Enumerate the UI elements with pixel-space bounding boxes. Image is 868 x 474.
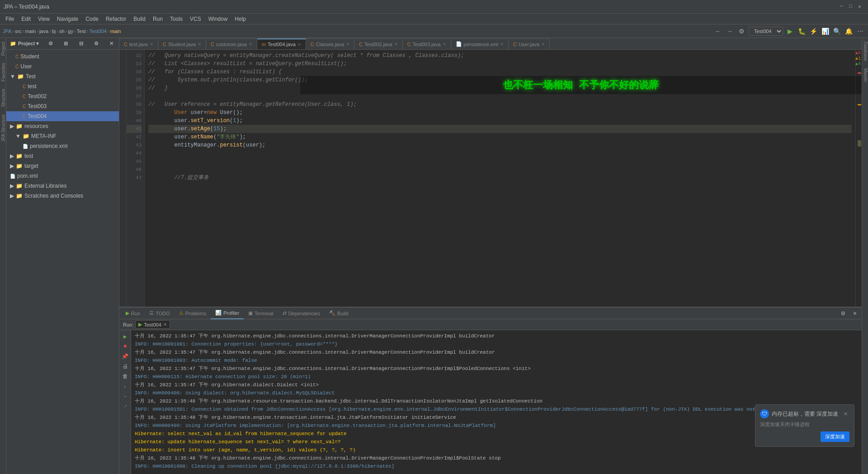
menu-file[interactable]: File	[2, 15, 18, 23]
sidebar-collapse-btn[interactable]: ⊟	[78, 40, 85, 47]
run-button[interactable]: ▶	[785, 26, 795, 36]
bc-main[interactable]: main	[25, 28, 36, 34]
tree-persistence-xml[interactable]: 📄 persistence.xml	[6, 141, 119, 151]
sidebar-settings-btn[interactable]: ⚙	[47, 40, 54, 47]
project-view-label[interactable]: Project	[0, 38, 6, 59]
tree-test003[interactable]: C Test003	[6, 101, 119, 111]
tab-close-icon[interactable]: ✕	[150, 42, 153, 47]
tree-resources[interactable]: ▶ 📁 resources	[6, 121, 119, 131]
todo-tab[interactable]: ☰ TODO	[145, 308, 175, 319]
sidebar-close-btn[interactable]: ✕	[108, 40, 115, 47]
favorites-label[interactable]: Favorites	[0, 59, 6, 85]
build-tab[interactable]: 🔨 Build	[325, 308, 353, 319]
menu-run[interactable]: Run	[149, 15, 166, 23]
dependencies-tab[interactable]: ⇄ Dependencies	[278, 308, 325, 319]
run-tab[interactable]: ▶ Run	[121, 308, 145, 319]
tab-customer-java[interactable]: C customer.java ✕	[206, 38, 257, 49]
bc-src[interactable]: src	[15, 28, 22, 34]
stop-btn[interactable]: ■	[121, 342, 130, 351]
tab-test002-java[interactable]: C Test002.java ✕	[354, 38, 403, 49]
close-btn[interactable]: ✕	[858, 4, 864, 10]
tab-test003-java[interactable]: C Test003.java ✕	[403, 38, 451, 49]
notifications-btn[interactable]: 🔔	[844, 26, 854, 36]
settings-btn[interactable]: ⚙	[736, 26, 746, 36]
tree-test002[interactable]: C Test002	[6, 91, 119, 101]
tree-test-folder[interactable]: ▼ 📁 Test	[6, 71, 119, 81]
bc-sh[interactable]: sh	[59, 28, 65, 34]
tab-close-icon[interactable]: ✕	[541, 42, 545, 47]
search-btn[interactable]: 🔍	[832, 26, 842, 36]
coverage-btn[interactable]: 📊	[820, 26, 830, 36]
menu-build[interactable]: Build	[130, 15, 149, 23]
tree-test004[interactable]: C Test004	[6, 111, 119, 121]
tab-classes-java[interactable]: C Classes.java ✕	[306, 38, 354, 49]
bc-java[interactable]: java	[39, 28, 48, 34]
menu-help[interactable]: Help	[231, 15, 250, 23]
profile-btn[interactable]: ⚡	[808, 26, 818, 36]
bc-bj[interactable]: bj	[52, 28, 56, 34]
trash-btn[interactable]: 🗑	[121, 372, 130, 381]
tab-close-icon[interactable]: ✕	[198, 42, 201, 47]
tree-target[interactable]: ▶ 📁 target	[6, 161, 119, 171]
wrap-btn[interactable]: ⇢	[121, 392, 130, 401]
bc-project[interactable]: JPA	[3, 28, 11, 34]
code-editor[interactable]: // Query nativeQuery = entityManager.cre…	[145, 50, 855, 307]
pin-btn[interactable]: 📌	[121, 352, 130, 361]
settings-panel-btn[interactable]: ⚙	[838, 308, 848, 318]
tree-external-libs[interactable]: ▶ 📁 External Libraries	[6, 181, 119, 191]
forward-btn[interactable]: →	[725, 26, 735, 36]
tree-test-dir[interactable]: ▶ 📁 test	[6, 151, 119, 161]
menu-code[interactable]: Code	[82, 15, 102, 23]
menu-window[interactable]: Window	[205, 15, 231, 23]
rerun-btn[interactable]: ▶	[121, 332, 130, 341]
debug-btn[interactable]: 🐛	[797, 26, 807, 36]
terminal-tab[interactable]: ▣ Terminal	[244, 308, 278, 319]
run-config-selector[interactable]: Test004	[748, 27, 783, 36]
problems-tab[interactable]: ⚠ Problems	[175, 308, 211, 319]
tab-close-icon[interactable]: ✕	[443, 42, 446, 47]
bc-gy[interactable]: gy	[68, 28, 73, 34]
menu-vcs[interactable]: VCS	[186, 15, 205, 23]
tree-test[interactable]: C test	[6, 81, 119, 91]
scroll-btn[interactable]: ⇓	[121, 382, 130, 391]
bc-main-method[interactable]: main	[110, 28, 121, 34]
tab-close-icon[interactable]: ✕	[346, 42, 349, 47]
tab-student-java[interactable]: C Student.java ✕	[158, 38, 206, 49]
tab-test004-java[interactable]: m Test004.java ✕	[257, 38, 306, 49]
print-btn[interactable]: 🖨	[121, 362, 130, 371]
bc-test004[interactable]: Test004	[89, 28, 107, 34]
editor-content[interactable]: 32 33 34 35 36 37 38 39 40 41 42 43 44 4…	[119, 50, 862, 307]
tab-test-java[interactable]: C test.java ✕	[119, 38, 158, 49]
notif-close-btn[interactable]: ✕	[844, 411, 848, 417]
structure-label[interactable]: Structure	[0, 85, 6, 111]
sidebar-gear-btn[interactable]: ⚙	[93, 40, 100, 47]
back-btn[interactable]: ←	[713, 26, 723, 36]
tree-student[interactable]: C Student	[6, 52, 119, 62]
database-label[interactable]: Database	[862, 38, 868, 65]
scroll-indicator[interactable]	[858, 140, 861, 147]
profiler-tab[interactable]: 📊 Profiler	[211, 308, 244, 319]
maven-label[interactable]: Maven	[862, 65, 868, 85]
jpa-structure-label[interactable]: JPA Structure	[0, 111, 6, 145]
run-output[interactable]: 十月 16, 2022 1:35:47 下午 org.hibernate.eng…	[131, 330, 862, 474]
bc-test[interactable]: Test	[77, 28, 86, 34]
tab-close-icon[interactable]: ✕	[249, 42, 252, 47]
menu-edit[interactable]: Edit	[18, 15, 34, 23]
window-controls[interactable]: ─ □ ✕	[840, 4, 864, 10]
run-tab-close[interactable]: ✕	[163, 322, 167, 327]
tab-close-icon[interactable]: ✕	[500, 42, 504, 47]
run-config-tab[interactable]: ▶ Test004 ✕	[135, 320, 170, 329]
tree-meta-inf[interactable]: ▼ 📁 META-INF	[6, 131, 119, 141]
notif-action-btn[interactable]: 深度加速	[821, 431, 849, 442]
tab-user-java[interactable]: C User.java ✕	[509, 38, 550, 49]
tree-scratches[interactable]: ▶ 📁 Scratches and Consoles	[6, 191, 119, 201]
sidebar-expand-btn[interactable]: ⊞	[62, 40, 70, 47]
close-panel-btn[interactable]: ✕	[850, 308, 860, 318]
menu-refactor[interactable]: Refactor	[102, 15, 130, 23]
maximize-btn[interactable]: □	[849, 4, 855, 10]
menu-tools[interactable]: Tools	[166, 15, 186, 23]
tab-close-icon[interactable]: ✕	[297, 42, 301, 47]
regex-btn[interactable]: .*	[121, 402, 130, 411]
minimize-btn[interactable]: ─	[840, 4, 846, 10]
tab-persistence-xml[interactable]: 📄 persistence.xml ✕	[451, 38, 509, 49]
